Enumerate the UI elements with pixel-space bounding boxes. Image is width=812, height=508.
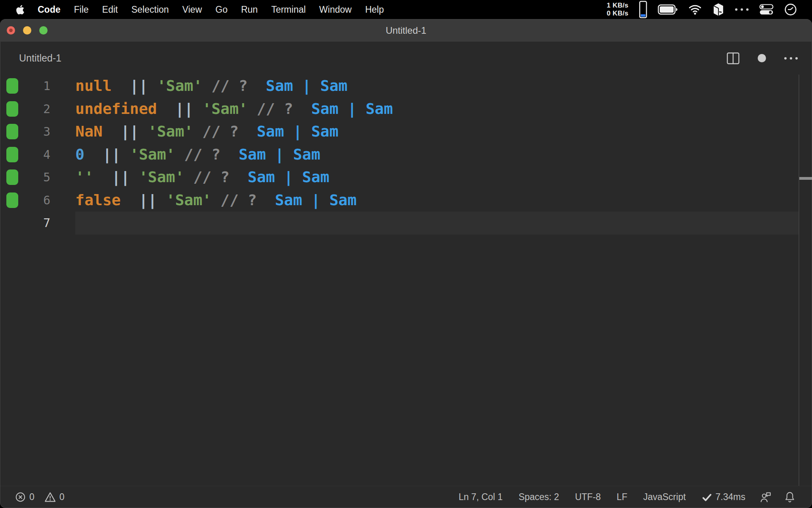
line-number[interactable]: 6 <box>18 193 50 207</box>
network-speed-indicator[interactable]: 1 KB/s 0 KB/s <box>607 2 628 17</box>
code-text: NaN || 'Sam' // ? Sam | Sam <box>75 120 339 143</box>
control-center-icon[interactable] <box>759 4 774 15</box>
menu-item-code[interactable]: Code <box>31 4 67 15</box>
status-bar-right: Ln 7, Col 1 Spaces: 2 UTF-8 LF JavaScrip… <box>451 491 812 503</box>
code-lines: 1null || 'Sam' // ? Sam | Sam2undefined … <box>0 75 812 235</box>
coverage-marker-icon <box>6 124 18 139</box>
overview-ruler-marker <box>799 177 812 180</box>
quokka-status[interactable]: 7.34ms <box>694 492 753 502</box>
menu-item-go[interactable]: Go <box>209 4 234 15</box>
editor-title-bar: Untitled-1 <box>0 42 812 75</box>
split-editor-icon[interactable] <box>727 52 739 64</box>
menu-ellipsis-icon[interactable] <box>735 8 749 11</box>
line-number[interactable]: 5 <box>18 170 50 184</box>
menu-item-view[interactable]: View <box>176 4 209 15</box>
coverage-marker-icon <box>6 101 18 117</box>
feedback-icon[interactable] <box>753 491 778 503</box>
editor-actions <box>727 42 798 75</box>
menu-item-terminal[interactable]: Terminal <box>264 4 312 15</box>
coverage-marker-empty <box>6 215 18 231</box>
problems-indicator[interactable]: 0 0 <box>0 492 65 502</box>
line-number[interactable]: 1 <box>18 79 50 93</box>
quokka-time: 7.34ms <box>716 492 745 502</box>
more-actions-icon[interactable] <box>784 57 798 60</box>
traffic-lights <box>7 19 48 42</box>
battery-icon[interactable] <box>658 4 678 15</box>
clock-icon[interactable] <box>784 3 797 16</box>
status-encoding[interactable]: UTF-8 <box>567 492 609 502</box>
menu-item-window[interactable]: Window <box>312 4 358 15</box>
macos-menu-bar: Code FileEditSelectionViewGoRunTerminalW… <box>0 0 812 19</box>
minimize-button[interactable] <box>23 26 31 35</box>
code-text: null || 'Sam' // ? Sam | Sam <box>75 75 347 98</box>
menu-item-selection[interactable]: Selection <box>124 4 176 15</box>
code-text: false || 'Sam' // ? Sam | Sam <box>75 189 356 212</box>
screen: { "menu_bar": { "app_menu": "Code", "ite… <box>0 0 812 508</box>
line-number[interactable]: 2 <box>18 102 50 116</box>
device-meter-icon[interactable] <box>639 1 647 18</box>
coverage-marker-icon <box>6 147 18 162</box>
code-line-7[interactable]: 7 <box>0 212 812 235</box>
warning-count: 0 <box>59 492 65 502</box>
box-icon[interactable] <box>712 3 724 16</box>
code-text: 0 || 'Sam' // ? Sam | Sam <box>75 143 320 166</box>
bell-icon[interactable] <box>778 491 802 503</box>
warning-icon <box>44 492 56 502</box>
code-line-6[interactable]: 6false || 'Sam' // ? Sam | Sam <box>0 189 812 212</box>
network-down-speed: 0 KB/s <box>607 10 628 17</box>
window-titlebar[interactable]: Untitled-1 <box>0 19 812 42</box>
code-line-4[interactable]: 40 || 'Sam' // ? Sam | Sam <box>0 143 812 166</box>
status-language-mode[interactable]: JavaScript <box>635 492 693 502</box>
code-line-1[interactable]: 1null || 'Sam' // ? Sam | Sam <box>0 75 812 98</box>
close-button[interactable] <box>7 26 15 35</box>
coverage-marker-icon <box>6 78 18 94</box>
menu-bar-status-icons: 1 KB/s 0 KB/s <box>607 1 812 18</box>
tab-label[interactable]: Untitled-1 <box>19 52 61 64</box>
code-line-5[interactable]: 5'' || 'Sam' // ? Sam | Sam <box>0 166 812 189</box>
vscode-window: Untitled-1 Untitled-1 1null || 'Sam' // … <box>0 19 812 508</box>
code-text: undefined || 'Sam' // ? Sam | Sam <box>75 98 393 121</box>
menu-item-file[interactable]: File <box>67 4 96 15</box>
overview-ruler[interactable] <box>799 75 812 486</box>
code-editor[interactable]: 1null || 'Sam' // ? Sam | Sam2undefined … <box>0 75 812 486</box>
window-title: Untitled-1 <box>386 25 427 36</box>
code-line-2[interactable]: 2undefined || 'Sam' // ? Sam | Sam <box>0 98 812 121</box>
zoom-button[interactable] <box>39 26 48 35</box>
network-up-speed: 1 KB/s <box>607 2 628 10</box>
apple-menu[interactable] <box>16 4 25 15</box>
status-bar: 0 0 Ln 7, Col 1 Spaces: 2 UTF-8 LF JavaS… <box>0 486 812 508</box>
code-text <box>75 212 799 235</box>
code-text: '' || 'Sam' // ? Sam | Sam <box>75 166 329 189</box>
status-indentation[interactable]: Spaces: 2 <box>511 492 567 502</box>
modified-dot-icon[interactable] <box>758 54 766 62</box>
menu-items: FileEditSelectionViewGoRunTerminalWindow… <box>67 4 391 15</box>
menu-bar-left: Code FileEditSelectionViewGoRunTerminalW… <box>0 4 391 15</box>
check-icon <box>702 492 712 502</box>
status-eol[interactable]: LF <box>609 492 635 502</box>
line-number[interactable]: 3 <box>18 125 50 139</box>
menu-item-help[interactable]: Help <box>358 4 391 15</box>
line-number[interactable]: 4 <box>18 148 50 162</box>
code-line-3[interactable]: 3NaN || 'Sam' // ? Sam | Sam <box>0 120 812 143</box>
coverage-marker-icon <box>6 169 18 185</box>
status-cursor-position[interactable]: Ln 7, Col 1 <box>451 492 511 502</box>
menu-item-edit[interactable]: Edit <box>96 4 125 15</box>
line-number[interactable]: 7 <box>18 216 50 230</box>
apple-icon <box>16 4 25 15</box>
wifi-icon[interactable] <box>688 4 702 15</box>
error-icon <box>15 492 26 502</box>
menu-item-run[interactable]: Run <box>234 4 264 15</box>
coverage-marker-icon <box>6 192 18 208</box>
error-count: 0 <box>29 492 34 502</box>
